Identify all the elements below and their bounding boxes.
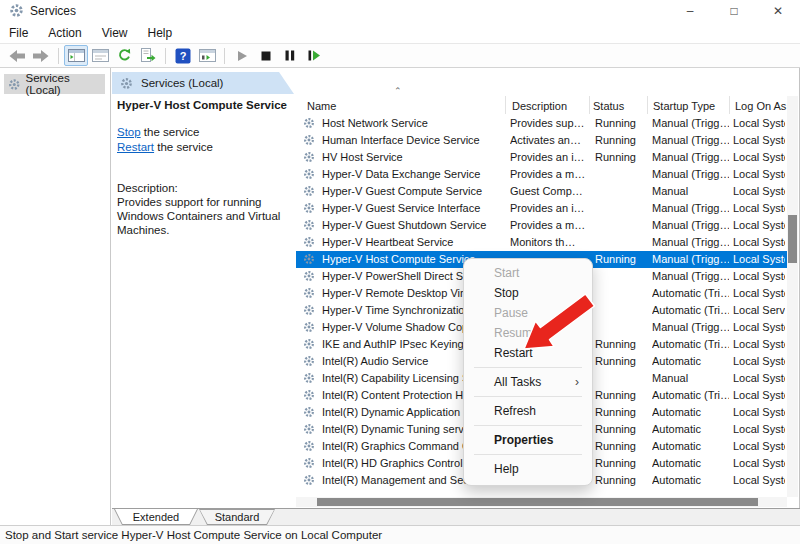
service-startup-type-cell: Automatic	[652, 406, 729, 418]
service-row[interactable]: Human Interface Device ServiceActivates …	[296, 132, 787, 149]
service-row[interactable]: HV Host ServiceProvides an i…RunningManu…	[296, 149, 787, 166]
action-pane-icon[interactable]	[195, 45, 219, 66]
service-gear-icon	[303, 202, 315, 214]
menu-help[interactable]: Help	[138, 23, 183, 43]
service-description-cell: Provides an i…	[510, 151, 592, 163]
vertical-scrollbar[interactable]	[787, 96, 798, 497]
status-bar-text: Stop and Start service Hyper-V Host Comp…	[5, 529, 382, 541]
service-description: Description: Provides support for runnin…	[117, 181, 280, 237]
context-menu-item-refresh[interactable]: Refresh	[464, 401, 592, 421]
menu-action[interactable]: Action	[38, 23, 91, 43]
service-status-cell: Running	[595, 406, 647, 418]
service-row[interactable]: Hyper-V Heartbeat ServiceMonitors th…Man…	[296, 234, 787, 251]
service-action-links: Stop the service Restart the service	[117, 125, 213, 155]
stop-service-link[interactable]: Stop	[117, 126, 141, 138]
stop-link-line: Stop the service	[117, 125, 213, 140]
column-header-log-on-as[interactable]: Log On As	[735, 100, 786, 112]
console-tree-icon[interactable]	[64, 45, 88, 66]
service-startup-type-cell: Manual (Trigg…	[652, 270, 729, 282]
forward-icon[interactable]	[29, 45, 53, 66]
service-log-on-as-cell: Local System	[733, 321, 785, 333]
service-name-cell: Hyper-V Heartbeat Service	[322, 236, 504, 248]
service-name-cell: Host Network Service	[322, 117, 504, 129]
column-divider[interactable]	[647, 96, 648, 114]
column-header-description[interactable]: Description	[512, 100, 567, 112]
service-gear-icon	[303, 236, 315, 248]
restart-link-line: Restart the service	[117, 140, 213, 155]
dialog-icon[interactable]	[88, 45, 112, 66]
toolbar-separator	[224, 48, 225, 64]
restart-service-icon[interactable]	[302, 45, 326, 66]
service-row[interactable]: Hyper-V Guest Service InterfaceProvides …	[296, 200, 787, 217]
tab-extended[interactable]: Extended	[114, 509, 198, 525]
column-header-status[interactable]: Status	[593, 100, 624, 112]
service-name-cell: HV Host Service	[322, 151, 504, 163]
refresh-icon[interactable]	[112, 45, 136, 66]
context-menu-item-all-tasks[interactable]: All Tasks›	[464, 372, 592, 392]
service-description-cell: Activates an…	[510, 134, 592, 146]
column-header-startup-type[interactable]: Startup Type	[653, 100, 715, 112]
column-divider[interactable]	[589, 96, 590, 114]
services-gear-icon	[8, 78, 21, 91]
service-row[interactable]: Hyper-V Data Exchange ServiceProvides a …	[296, 166, 787, 183]
maximize-button[interactable]: □	[712, 0, 756, 22]
service-log-on-as-cell: Local System	[733, 151, 785, 163]
service-name-cell: Hyper-V Guest Service Interface	[322, 202, 504, 214]
service-gear-icon	[303, 457, 315, 469]
column-header-name[interactable]: Name	[307, 100, 336, 112]
service-gear-icon	[303, 253, 315, 265]
service-status-cell: Running	[595, 457, 647, 469]
tree-item-services-local[interactable]: Services (Local)	[4, 74, 105, 94]
service-log-on-as-cell: Local System	[733, 134, 785, 146]
start-service-icon[interactable]	[230, 45, 254, 66]
service-status-cell: Running	[595, 474, 647, 486]
services-local-header: Services (Local)	[112, 72, 294, 94]
service-description-cell: Provides an i…	[510, 202, 592, 214]
submenu-chevron-icon: ›	[575, 372, 579, 392]
service-log-on-as-cell: Local System	[733, 474, 785, 486]
column-divider[interactable]	[505, 96, 506, 114]
close-button[interactable]: ✕	[756, 0, 800, 22]
export-list-icon[interactable]	[136, 45, 160, 66]
service-gear-icon	[303, 219, 315, 231]
service-log-on-as-cell: Local System	[733, 457, 785, 469]
horizontal-scrollbar-thumb[interactable]	[317, 498, 758, 506]
column-divider[interactable]	[729, 96, 730, 114]
service-startup-type-cell: Manual (Trigg…	[652, 321, 729, 333]
menu-view[interactable]: View	[92, 23, 138, 43]
service-gear-icon	[303, 270, 315, 282]
service-gear-icon	[303, 389, 315, 401]
menu-bar: File Action View Help	[0, 22, 800, 44]
service-startup-type-cell: Manual (Trigg…	[652, 253, 729, 265]
restart-service-link[interactable]: Restart	[117, 141, 154, 153]
service-row[interactable]: Hyper-V Guest Compute ServiceGuest Comp……	[296, 183, 787, 200]
service-row[interactable]: Host Network ServiceProvides sup…Running…	[296, 115, 787, 132]
stop-service-icon[interactable]	[254, 45, 278, 66]
back-icon[interactable]	[5, 45, 29, 66]
service-startup-type-cell: Manual (Trigg…	[652, 219, 729, 231]
status-bar: Stop and Start service Hyper-V Host Comp…	[0, 525, 800, 544]
service-gear-icon	[303, 134, 315, 146]
context-menu-item-properties[interactable]: Properties	[464, 430, 592, 450]
minimize-button[interactable]: –	[668, 0, 712, 22]
help-icon[interactable]: ?	[171, 45, 195, 66]
context-menu-item-help[interactable]: Help	[464, 459, 592, 479]
service-startup-type-cell: Automatic (Tri…	[652, 338, 729, 350]
service-startup-type-cell: Manual (Trigg…	[652, 151, 729, 163]
service-row[interactable]: Hyper-V Guest Shutdown ServiceProvides a…	[296, 217, 787, 234]
service-log-on-as-cell: Local System	[733, 202, 785, 214]
service-gear-icon	[303, 474, 315, 486]
service-log-on-as-cell: Local System	[733, 117, 785, 129]
tab-standard[interactable]: Standard	[199, 509, 275, 525]
service-startup-type-cell: Manual (Trigg…	[652, 168, 729, 180]
menu-file[interactable]: File	[0, 23, 38, 43]
service-startup-type-cell: Manual	[652, 372, 729, 384]
horizontal-scrollbar[interactable]	[296, 497, 787, 507]
console-tree-panel: Services (Local)	[0, 68, 111, 525]
vertical-scrollbar-thumb[interactable]	[788, 215, 797, 263]
pause-service-icon[interactable]	[278, 45, 302, 66]
service-gear-icon	[303, 423, 315, 435]
context-menu-item-start: Start	[464, 263, 592, 283]
service-status-cell: Running	[595, 253, 647, 265]
service-gear-icon	[303, 168, 315, 180]
